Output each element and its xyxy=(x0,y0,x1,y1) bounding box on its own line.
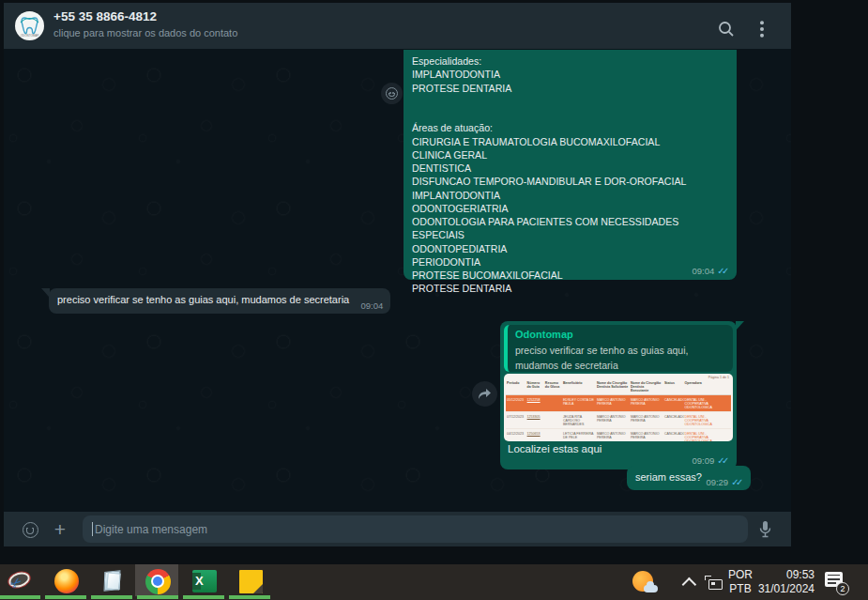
tray-chevron-up-icon[interactable] xyxy=(681,564,700,600)
clock-date: 31/01/2024 xyxy=(754,582,815,596)
running-indicator xyxy=(45,595,86,599)
guias-table-body: 05/12/20231252258EDSLEY COSTA DE PAULAMA… xyxy=(506,395,731,442)
message-seriam-essas[interactable]: seriam essas? 09:29 ✓✓ xyxy=(627,466,751,490)
guias-table: PeríodoNúmero da GuiaResumo do GlosaBene… xyxy=(506,379,731,441)
language-line1: POR xyxy=(728,568,753,582)
read-receipt-icon: ✓✓ xyxy=(717,456,729,466)
react-button[interactable] xyxy=(381,83,403,104)
quote-author: Odontomap xyxy=(515,329,725,340)
message-time: 09:04 xyxy=(360,300,383,311)
weather-tray-icon[interactable] xyxy=(631,564,659,600)
image-caption: Localizei estas aqui xyxy=(508,443,602,454)
clock[interactable]: 09:53 31/01/2024 xyxy=(754,564,816,600)
running-indicator xyxy=(183,595,224,599)
message-meta: 09:04 ✓✓ xyxy=(692,266,729,276)
table-row: 04/12/20231250653LETICIA FERREIRA DE PEL… xyxy=(506,429,731,442)
guias-col-header: Status xyxy=(663,379,684,395)
running-indicator xyxy=(0,595,40,599)
language-indicator[interactable]: POR PTB xyxy=(724,564,756,600)
windows-taskbar: ✂ POR PTB 09:53 xyxy=(0,564,868,600)
running-indicator xyxy=(91,595,132,599)
taskbar-snipping-tool-icon[interactable]: ✂ xyxy=(6,567,34,595)
quote-text: preciso verificar se tenho as guias aqui… xyxy=(515,343,725,372)
guias-col-header: Período xyxy=(506,379,526,395)
svg-text:ODONTOMAP: ODONTOMAP xyxy=(21,34,39,38)
taskbar-firefox-icon[interactable] xyxy=(53,567,81,595)
taskbar-excel-icon[interactable] xyxy=(190,567,219,595)
guias-col-header: Nome do Cirurgião Dentista Solicitante xyxy=(596,379,630,395)
notification-icon: 2 xyxy=(825,572,847,592)
table-row: 05/12/20231252258EDSLEY COSTA DE PAULAMA… xyxy=(506,395,731,412)
attach-plus-button[interactable]: + xyxy=(49,518,71,541)
chat-header[interactable]: ODONTOMAP +55 35 8866-4812 clique para m… xyxy=(4,3,791,49)
chat-area: Especialidades: IMPLANTODONTIA PROTESE D… xyxy=(4,49,791,512)
guias-col-header: Beneficiário xyxy=(562,379,596,395)
forward-arrow-icon xyxy=(478,388,492,400)
mic-button[interactable] xyxy=(754,518,776,541)
input-placeholder: Digite uma mensagem xyxy=(95,523,207,536)
plus-icon: + xyxy=(54,520,66,539)
message-incoming-guias[interactable]: preciso verificar se tenho as guias aqui… xyxy=(49,288,390,314)
bubble-tail xyxy=(41,288,50,298)
menu-kebab-icon[interactable] xyxy=(750,17,774,41)
microphone-icon xyxy=(758,520,772,539)
contact-subtitle[interactable]: clique para mostrar os dados do contato xyxy=(53,27,237,38)
message-input[interactable]: Digite uma mensagem xyxy=(83,515,748,543)
forward-button[interactable] xyxy=(472,381,497,407)
attached-image-guias-table[interactable]: Página 1 de 1 PeríodoNúmero da GuiaResum… xyxy=(504,374,733,441)
message-meta: 09:09 ✓✓ xyxy=(692,455,729,466)
guias-col-header: Operadora xyxy=(684,379,731,395)
search-icon[interactable] xyxy=(714,17,739,41)
emoji-smiley-icon xyxy=(23,522,38,538)
guias-col-header: Resumo do Glosa xyxy=(544,379,562,395)
contact-phone-title[interactable]: +55 35 8866-4812 xyxy=(53,9,157,23)
taskbar-notepad-icon[interactable] xyxy=(99,567,127,595)
quoted-message[interactable]: Odontomap preciso verificar se tenho as … xyxy=(504,325,733,372)
message-text: preciso verificar se tenho as guias aqui… xyxy=(49,288,390,311)
whatsapp-window: ODONTOMAP +55 35 8866-4812 clique para m… xyxy=(4,3,791,546)
message-specialties[interactable]: Especialidades: IMPLANTODONTIA PROTESE D… xyxy=(404,50,737,280)
notification-center-button[interactable]: 2 xyxy=(822,564,850,600)
message-text: Especialidades: IMPLANTODONTIA PROTESE D… xyxy=(404,50,737,309)
clock-time: 09:53 xyxy=(754,568,815,582)
message-time: 09:04 xyxy=(692,266,714,276)
message-reply-with-image[interactable]: Odontomap preciso verificar se tenho as … xyxy=(500,321,737,469)
taskbar-sticky-notes-icon[interactable] xyxy=(236,567,265,595)
table-row: 07/12/20231253305JEUZA RITA CARDOSO BERN… xyxy=(506,412,731,429)
guias-col-header: Número da Guia xyxy=(526,379,544,395)
read-receipt-icon: ✓✓ xyxy=(731,478,743,487)
message-time: 09:09 xyxy=(692,455,714,466)
contact-avatar[interactable]: ODONTOMAP xyxy=(15,11,44,40)
guias-col-header: Nome do Cirurgião Dentista Executante xyxy=(630,379,663,395)
tooth-logo-icon: ODONTOMAP xyxy=(17,13,42,38)
message-meta: 09:04 xyxy=(360,300,383,311)
running-indicator xyxy=(137,595,178,599)
notification-count-badge: 2 xyxy=(836,582,849,595)
taskbar-chrome-icon[interactable] xyxy=(144,567,172,595)
bubble-tail xyxy=(736,321,744,331)
text-cursor xyxy=(92,522,93,536)
smiley-reaction-icon xyxy=(386,87,398,100)
message-meta: 09:29 ✓✓ xyxy=(706,477,743,487)
read-receipt-icon: ✓✓ xyxy=(717,267,729,276)
language-line2: PTB xyxy=(728,582,753,596)
running-indicator xyxy=(229,595,270,599)
message-time: 09:29 xyxy=(706,477,728,487)
emoji-picker-button[interactable] xyxy=(19,518,41,541)
message-composer: + Digite uma mensagem xyxy=(4,512,791,546)
network-tray-icon[interactable] xyxy=(702,564,724,600)
desktop: ODONTOMAP +55 35 8866-4812 clique para m… xyxy=(0,0,868,600)
guias-table-head-row: PeríodoNúmero da GuiaResumo do GlosaBene… xyxy=(506,379,731,395)
